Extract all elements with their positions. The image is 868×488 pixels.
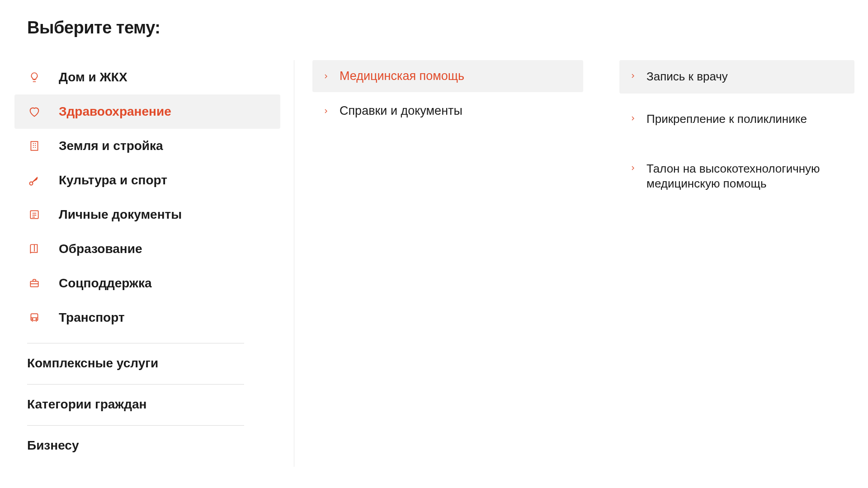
bus-icon [27, 310, 42, 325]
category-culture-sport[interactable]: Культура и спорт [14, 163, 280, 197]
briefcase-icon [27, 276, 42, 291]
category-label: Дом и ЖКХ [59, 70, 127, 84]
subcategory-label: Медицинская помощь [340, 69, 464, 83]
service-label: Талон на высокотехнологичную медицинскую… [646, 161, 844, 192]
category-label: Транспорт [59, 310, 125, 325]
service-label: Запись к врачу [646, 69, 728, 84]
building-icon [27, 139, 42, 153]
svg-rect-0 [31, 141, 38, 150]
book-icon [27, 242, 42, 256]
document-icon [27, 207, 42, 222]
subcategory-label: Справки и документы [340, 104, 462, 118]
category-label: Здравоохранение [59, 104, 171, 119]
category-home-utilities[interactable]: Дом и ЖКХ [14, 60, 280, 94]
category-healthcare[interactable]: Здравоохранение [14, 94, 280, 129]
chevron-right-icon [629, 115, 637, 122]
subcategory-certificates-documents[interactable]: Справки и документы [312, 95, 583, 127]
category-transport[interactable]: Транспорт [14, 300, 280, 335]
svg-point-6 [36, 319, 37, 319]
category-land-construction[interactable]: Земля и стройка [14, 129, 280, 163]
extra-citizen-categories[interactable]: Категории граждан [27, 385, 280, 417]
lightbulb-icon [27, 70, 42, 84]
category-label: Соцподдержка [59, 276, 151, 291]
category-column: Дом и ЖКХ Здравоохранение Земля и стройк… [27, 60, 294, 458]
category-personal-documents[interactable]: Личные документы [14, 197, 280, 232]
page-title: Выберите тему: [27, 18, 868, 38]
service-label: Прикрепление к поликлинике [646, 112, 807, 127]
subcategory-medical-help[interactable]: Медицинская помощь [312, 60, 583, 92]
chevron-right-icon [629, 164, 637, 172]
category-label: Земля и стройка [59, 139, 163, 153]
shuttlecock-icon [27, 173, 42, 188]
extra-complex-services[interactable]: Комплексные услуги [27, 343, 280, 376]
category-label: Личные документы [59, 207, 182, 222]
service-column: Запись к врачу Прикрепление к поликлиник… [601, 60, 863, 217]
subcategory-column: Медицинская помощь Справки и документы [294, 60, 601, 467]
svg-point-5 [32, 319, 33, 319]
chevron-right-icon [322, 108, 330, 115]
category-label: Образование [59, 242, 142, 256]
category-education[interactable]: Образование [14, 232, 280, 266]
heart-icon [27, 104, 42, 119]
category-label: Культура и спорт [59, 173, 167, 188]
topic-columns: Дом и ЖКХ Здравоохранение Земля и стройк… [27, 60, 868, 467]
chevron-right-icon [322, 73, 330, 80]
service-doctor-appointment[interactable]: Запись к врачу [619, 60, 854, 94]
category-social-support[interactable]: Соцподдержка [14, 266, 280, 300]
extra-business[interactable]: Бизнесу [27, 426, 280, 458]
service-clinic-attachment[interactable]: Прикрепление к поликлинике [619, 103, 854, 136]
chevron-right-icon [629, 72, 637, 80]
service-hightech-medical-voucher[interactable]: Талон на высокотехнологичную медицинскую… [619, 152, 854, 201]
